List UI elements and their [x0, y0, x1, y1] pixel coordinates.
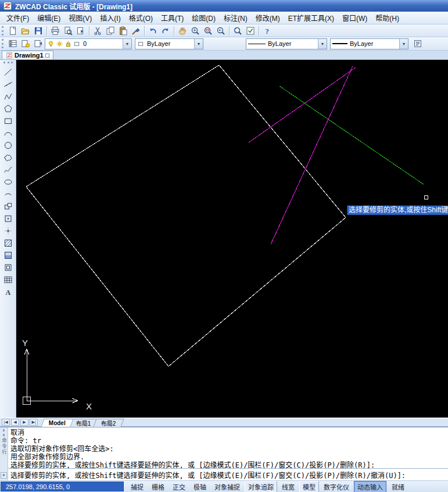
menu-window[interactable]: 窗口(W) — [338, 11, 371, 24]
tab-layout2[interactable]: 布局2 — [94, 419, 124, 427]
status-toggle-polar[interactable]: 极轴 — [190, 481, 210, 492]
menu-modify[interactable]: 修改(M) — [252, 11, 284, 24]
menu-file[interactable]: 文件(F) — [2, 11, 33, 24]
polyline-button[interactable] — [1, 90, 15, 102]
layer-properties-button[interactable] — [6, 38, 19, 49]
circle-button[interactable] — [1, 139, 15, 151]
quick-select-button[interactable] — [244, 25, 257, 37]
layer-previous-button[interactable] — [32, 38, 45, 49]
menu-edit[interactable]: 编辑(E) — [33, 11, 64, 24]
properties-button[interactable] — [411, 38, 424, 49]
command-history[interactable]: 取消命令: tr选取切割对象作修剪<回车全选>:用全部对象作修剪边界.选择要修剪… — [8, 427, 448, 468]
toolbar-grip[interactable] — [2, 26, 3, 35]
menu-draw[interactable]: 绘图(D) — [188, 11, 220, 24]
command-window-titlebar[interactable]: 命令行 × — [0, 427, 8, 480]
status-toggles: 捕捉栅格正交极轴对象捕捉对象追踪线宽模型数字化仪动态输入 — [127, 481, 387, 492]
undo-button[interactable] — [146, 25, 159, 37]
toolbar-grip[interactable] — [2, 39, 3, 48]
xline-button[interactable] — [1, 78, 15, 90]
command-prompt-row[interactable]: 选择要修剪的实体, 或按住Shift键选择要延伸的实体, 或 [边缘模式(E)/… — [8, 468, 448, 480]
color-combo[interactable]: ByLayer ▼ — [135, 38, 203, 49]
region-button[interactable] — [1, 261, 15, 273]
status-toggle-lineweight[interactable]: 线宽 — [278, 481, 298, 492]
coordinates-display[interactable]: 257.0198, 290.6155, 0 — [1, 482, 124, 491]
menu-et-tools[interactable]: ET扩展工具(X) — [284, 11, 338, 24]
status-toggle-grid[interactable]: 栅格 — [148, 481, 168, 492]
redo-button[interactable] — [159, 25, 172, 37]
chevron-down-icon[interactable]: ▼ — [194, 39, 203, 49]
help-button[interactable]: ? — [261, 25, 274, 37]
layer-combo[interactable]: 0 ▼ — [45, 38, 132, 49]
plot-button[interactable] — [49, 25, 62, 37]
status-toggle-osnap[interactable]: 对象捕捉 — [211, 481, 243, 492]
hatch-button[interactable] — [1, 237, 15, 249]
status-toggle-snap[interactable]: 捕捉 — [127, 481, 147, 492]
status-toggle-model[interactable]: 模型 — [299, 481, 319, 492]
magenta-line-lower[interactable] — [271, 66, 353, 244]
tab-nav-last-button[interactable]: ▶| — [30, 419, 38, 426]
chevron-down-icon[interactable]: ▼ — [318, 39, 327, 49]
status-toggle-ortho[interactable]: 正交 — [169, 481, 189, 492]
status-toggle-tablet[interactable]: 数字化仪 — [320, 481, 353, 492]
tab-model[interactable]: Model — [41, 419, 73, 427]
zoom-extents-button[interactable] — [231, 25, 244, 37]
save-button[interactable] — [32, 25, 45, 37]
chevron-down-icon[interactable]: ▼ — [399, 39, 408, 49]
lineweight-combo[interactable]: ByLayer ▼ — [330, 38, 408, 49]
tab-nav-next-button[interactable]: ▶ — [20, 419, 28, 426]
spline-button[interactable] — [1, 163, 15, 176]
menu-view[interactable]: 视图(V) — [64, 11, 96, 24]
command-prompt[interactable]: 选择要修剪的实体, 或按住Shift键选择要延伸的实体, 或 [边缘模式(E)/… — [10, 470, 406, 480]
status-toggle-otrack[interactable]: 对象追踪 — [245, 481, 277, 492]
menu-tools[interactable]: 工具(T) — [157, 11, 188, 24]
ellipse-arc-button[interactable] — [1, 188, 15, 200]
zoom-previous-button[interactable] — [214, 25, 227, 37]
match-properties-button[interactable] — [130, 25, 142, 37]
chevron-down-icon[interactable]: ▼ — [123, 39, 131, 49]
drawing-canvas[interactable]: Y X 选择要修剪的实体,或按住Shift键选择要 — [16, 60, 448, 418]
mtext-button[interactable]: A — [1, 286, 15, 298]
tab-nav-prev-button[interactable]: ◀ — [11, 419, 19, 426]
open-button[interactable] — [19, 25, 32, 37]
drag-grip-icon[interactable] — [3, 429, 5, 436]
line-button[interactable] — [1, 66, 15, 78]
zoom-realtime-button[interactable] — [189, 25, 202, 37]
close-icon[interactable]: × — [1, 472, 7, 479]
gradient-button[interactable] — [1, 249, 15, 261]
ellipse-button[interactable] — [1, 176, 15, 188]
menu-insert[interactable]: 插入(I) — [96, 11, 124, 24]
insert-block-button[interactable] — [1, 200, 15, 212]
new-button[interactable] — [6, 25, 19, 37]
revcloud-button[interactable] — [1, 151, 15, 163]
cut-button[interactable] — [91, 25, 104, 37]
make-block-button[interactable] — [1, 212, 15, 224]
window-title: ZWCAD Classic 试用版 - [Drawing1] — [15, 1, 132, 11]
svg-text:A: A — [5, 288, 10, 296]
menu-help[interactable]: 帮助(H) — [371, 11, 403, 24]
paste-button[interactable] — [117, 25, 130, 37]
document-tab-drawing1[interactable]: Drawing1 — [2, 51, 53, 59]
print-preview-button[interactable] — [62, 25, 74, 37]
polygon-button[interactable] — [1, 102, 15, 115]
linetype-combo[interactable]: ByLayer ▼ — [246, 38, 327, 49]
magenta-line-upper[interactable] — [249, 67, 356, 142]
green-line[interactable] — [279, 86, 424, 184]
command-history-line: 选取切割对象作修剪<回车全选>: — [10, 445, 448, 453]
zoom-window-button[interactable] — [202, 25, 214, 37]
rectangle-button[interactable] — [1, 115, 15, 127]
point-button[interactable] — [1, 224, 15, 237]
arc-button[interactable] — [1, 127, 15, 139]
toolbar-grip[interactable] — [3, 62, 13, 63]
layer-states-button[interactable] — [19, 38, 32, 49]
tab-nav-first-button[interactable]: |◀ — [2, 419, 10, 426]
toolbar-separator — [229, 26, 230, 35]
pan-button[interactable] — [176, 25, 189, 37]
menu-dimension[interactable]: 标注(N) — [220, 11, 252, 24]
menu-format[interactable]: 格式(O) — [125, 11, 157, 24]
table-button[interactable] — [1, 273, 15, 286]
publish-button[interactable] — [74, 25, 87, 37]
status-toggle-dyn[interactable]: 动态输入 — [354, 481, 386, 492]
copy-button[interactable] — [104, 25, 117, 37]
open-icon — [21, 26, 30, 35]
white-diamond[interactable] — [26, 65, 346, 366]
